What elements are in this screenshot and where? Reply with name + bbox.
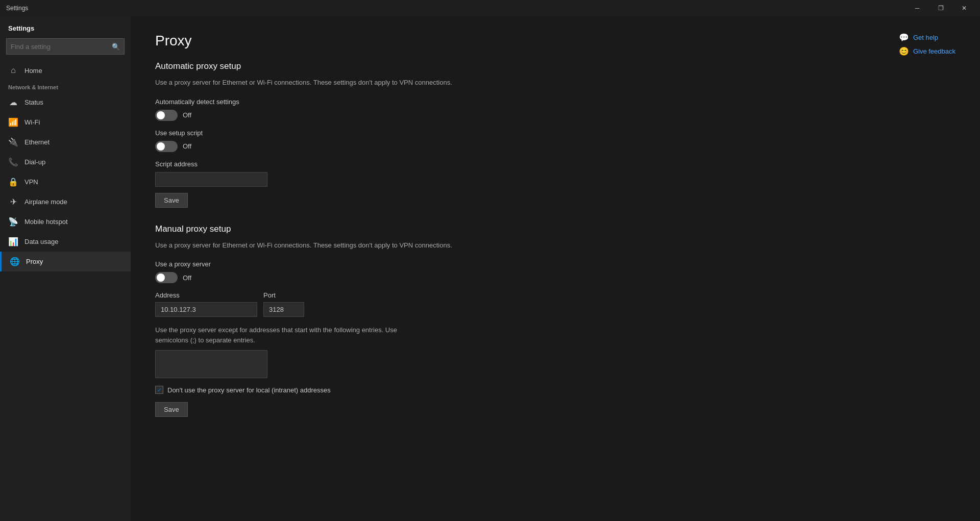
use-proxy-state: Off <box>183 274 191 282</box>
sidebar-item-vpn[interactable]: 🔒 VPN <box>0 172 131 192</box>
address-field-group: Address <box>155 291 257 317</box>
address-label: Address <box>155 291 257 299</box>
give-feedback-label: Give feedback <box>913 47 955 55</box>
sidebar-item-status[interactable]: ☁ Status <box>0 92 131 112</box>
airplane-icon: ✈ <box>8 197 18 207</box>
sidebar-item-home-label: Home <box>24 67 42 75</box>
home-icon: ⌂ <box>8 66 18 75</box>
ethernet-icon: 🔌 <box>8 137 18 147</box>
auto-proxy-desc: Use a proxy server for Ethernet or Wi-Fi… <box>155 78 472 88</box>
script-address-input[interactable] <box>155 172 267 187</box>
sidebar-item-hotspot-label: Mobile hotspot <box>24 218 68 226</box>
manual-proxy-desc: Use a proxy server for Ethernet or Wi-Fi… <box>155 240 472 251</box>
auto-detect-label: Automatically detect settings <box>155 98 955 106</box>
port-field-group: Port <box>263 291 304 317</box>
sidebar-item-dialup-label: Dial-up <box>24 158 45 166</box>
auto-detect-toggle-thumb <box>157 111 165 119</box>
sidebar-item-airplane[interactable]: ✈ Airplane mode <box>0 192 131 212</box>
help-panel: 💬 Get help 😊 Give feedback <box>899 33 955 56</box>
window-controls: ─ ❐ ✕ <box>905 0 976 16</box>
wifi-icon: 📶 <box>8 117 18 127</box>
sidebar-item-datausage[interactable]: 📊 Data usage <box>0 232 131 252</box>
sidebar-item-ethernet-label: Ethernet <box>24 138 50 146</box>
address-input[interactable] <box>155 302 257 317</box>
get-help-icon: 💬 <box>899 33 909 42</box>
datausage-icon: 📊 <box>8 237 18 246</box>
give-feedback-icon: 😊 <box>899 46 909 56</box>
sidebar-item-hotspot[interactable]: 📡 Mobile hotspot <box>0 212 131 232</box>
minimize-button[interactable]: ─ <box>905 0 929 16</box>
sidebar-section-label: Network & Internet <box>0 80 131 92</box>
use-proxy-toggle[interactable] <box>155 272 178 283</box>
sidebar-item-ethernet[interactable]: 🔌 Ethernet <box>0 132 131 152</box>
sidebar-item-datausage-label: Data usage <box>24 238 59 245</box>
auto-proxy-title: Automatic proxy setup <box>155 61 955 71</box>
sidebar-item-wifi[interactable]: 📶 Wi-Fi <box>0 112 131 132</box>
dont-use-local-label: Don't use the proxy server for local (in… <box>167 386 331 394</box>
vpn-icon: 🔒 <box>8 177 18 187</box>
sidebar-item-wifi-label: Wi-Fi <box>24 118 40 126</box>
app-container: Settings 🔍 ⌂ Home Network & Internet ☁ S… <box>0 16 980 521</box>
setup-script-toggle-thumb <box>157 142 165 151</box>
use-proxy-toggle-row: Off <box>155 272 955 283</box>
sidebar-item-status-label: Status <box>24 98 43 106</box>
auto-detect-toggle-row: Off <box>155 110 955 121</box>
give-feedback-link[interactable]: 😊 Give feedback <box>899 46 955 56</box>
titlebar: Settings ─ ❐ ✕ <box>0 0 980 16</box>
setup-script-state: Off <box>183 142 191 150</box>
status-icon: ☁ <box>8 97 18 107</box>
dont-use-local-checkbox[interactable] <box>155 386 163 394</box>
script-address-label: Script address <box>155 160 955 168</box>
search-icon: 🔍 <box>112 43 120 51</box>
content-area: 💬 Get help 😊 Give feedback Proxy Automat… <box>131 16 980 521</box>
restore-button[interactable]: ❐ <box>929 0 952 16</box>
get-help-label: Get help <box>913 34 938 41</box>
sidebar-item-home[interactable]: ⌂ Home <box>0 61 131 80</box>
setup-script-toggle[interactable] <box>155 141 178 152</box>
page-title: Proxy <box>155 33 955 49</box>
search-input[interactable] <box>11 43 110 51</box>
sidebar-item-airplane-label: Airplane mode <box>24 198 67 206</box>
port-input[interactable] <box>263 302 304 317</box>
get-help-link[interactable]: 💬 Get help <box>899 33 955 42</box>
setup-script-label: Use setup script <box>155 129 955 137</box>
manual-proxy-title: Manual proxy setup <box>155 224 955 234</box>
hotspot-icon: 📡 <box>8 217 18 227</box>
use-proxy-label: Use a proxy server <box>155 260 955 268</box>
auto-detect-state: Off <box>183 111 191 119</box>
sidebar-item-proxy-label: Proxy <box>26 258 43 265</box>
sidebar-item-vpn-label: VPN <box>24 178 38 186</box>
dont-use-local-row: Don't use the proxy server for local (in… <box>155 386 955 394</box>
auto-detect-toggle[interactable] <box>155 110 178 121</box>
port-label: Port <box>263 291 304 299</box>
sidebar-item-proxy[interactable]: 🌐 Proxy <box>0 252 131 271</box>
exceptions-desc: Use the proxy server except for addresse… <box>155 325 431 345</box>
close-button[interactable]: ✕ <box>952 0 976 16</box>
proxy-icon: 🌐 <box>10 257 20 266</box>
sidebar: Settings 🔍 ⌂ Home Network & Internet ☁ S… <box>0 16 131 521</box>
manual-proxy-save-button[interactable]: Save <box>155 402 188 417</box>
setup-script-toggle-row: Off <box>155 141 955 152</box>
auto-proxy-save-button[interactable]: Save <box>155 193 188 208</box>
sidebar-app-title: Settings <box>0 16 131 36</box>
use-proxy-toggle-thumb <box>157 274 165 282</box>
exceptions-textarea[interactable] <box>155 350 267 378</box>
dialup-icon: 📞 <box>8 157 18 167</box>
search-box[interactable]: 🔍 <box>6 38 125 55</box>
address-port-row: Address Port <box>155 291 955 317</box>
sidebar-item-dialup[interactable]: 📞 Dial-up <box>0 152 131 172</box>
app-title: Settings <box>6 5 28 12</box>
